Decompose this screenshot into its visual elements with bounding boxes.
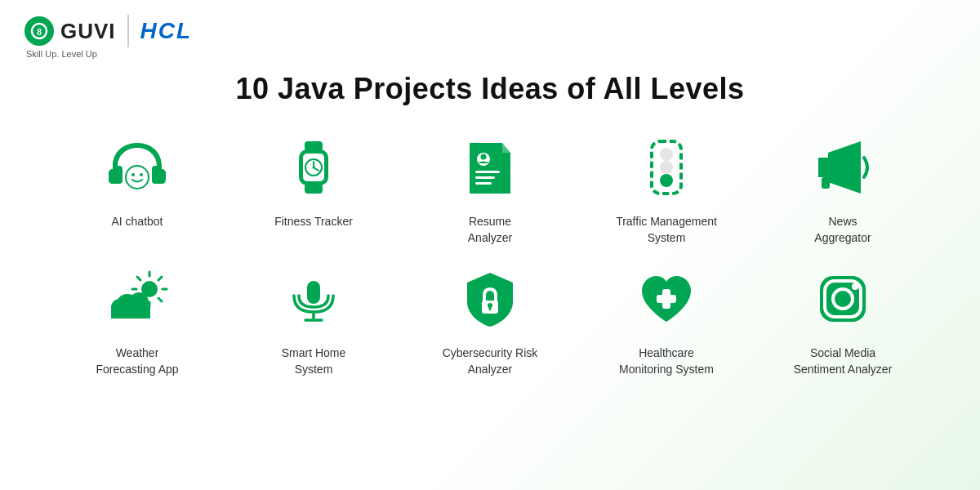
svg-rect-3 — [152, 166, 162, 184]
header: 8 GUVI HCL Skill Up. Level Up — [0, 0, 980, 59]
svg-point-4 — [126, 166, 149, 189]
svg-point-22 — [660, 161, 673, 174]
svg-line-32 — [158, 277, 162, 280]
svg-point-5 — [131, 173, 135, 176]
project-label: Social MediaSentiment Analyzer — [794, 345, 893, 377]
svg-point-50 — [852, 283, 858, 290]
cybersecurity-icon — [453, 262, 527, 336]
svg-rect-18 — [475, 176, 495, 179]
list-item: ResumeAnalyzer — [402, 122, 578, 254]
svg-rect-9 — [305, 184, 323, 194]
fitness-tracker-icon — [277, 131, 350, 204]
list-item: HealthcareMonitoring System — [578, 254, 755, 385]
smart-home-icon — [277, 262, 350, 336]
svg-text:8: 8 — [37, 27, 42, 37]
svg-point-14 — [313, 167, 315, 169]
list-item: Traffic ManagementSystem — [578, 122, 755, 254]
traffic-management-icon — [630, 131, 703, 204]
svg-rect-44 — [489, 306, 492, 310]
tagline: Skill Up. Level Up — [26, 49, 192, 59]
svg-point-21 — [660, 148, 673, 161]
project-label: Fitness Tracker — [274, 214, 353, 230]
projects-grid: AI chatbot Fitness Tracker — [0, 114, 980, 394]
svg-rect-46 — [657, 295, 676, 303]
svg-rect-24 — [822, 177, 830, 189]
guvi-logo: 8 GUVI — [24, 16, 116, 46]
ai-chatbot-icon — [100, 131, 174, 204]
svg-rect-2 — [113, 166, 122, 184]
project-label: NewsAggregator — [814, 214, 871, 246]
project-label: HealthcareMonitoring System — [619, 345, 714, 377]
hcl-text: HCL — [140, 18, 193, 44]
list-item: Fitness Tracker — [225, 122, 402, 254]
page-title: 10 Java Projects Ideas of All Levels — [0, 72, 980, 106]
project-label: ResumeAnalyzer — [468, 214, 512, 246]
social-media-icon — [806, 262, 880, 336]
guvi-logo-circle: 8 — [24, 16, 54, 46]
healthcare-icon — [630, 262, 703, 336]
list-item: NewsAggregator — [755, 122, 931, 254]
logo-group: 8 GUVI HCL Skill Up. Level Up — [24, 15, 192, 59]
svg-rect-38 — [111, 312, 150, 318]
svg-point-16 — [481, 154, 487, 160]
svg-rect-19 — [475, 182, 492, 185]
project-label: Traffic ManagementSystem — [616, 214, 717, 246]
svg-point-6 — [140, 173, 143, 176]
guvi-text: GUVI — [60, 19, 116, 44]
list-item: Smart HomeSystem — [225, 254, 402, 385]
list-item: WeatherForecasting App — [49, 254, 225, 385]
logo-divider — [127, 15, 129, 47]
svg-rect-17 — [475, 171, 500, 173]
list-item: AI chatbot — [49, 122, 225, 254]
resume-analyzer-icon — [453, 131, 527, 204]
list-item: Cybersecurity RiskAnalyzer — [402, 254, 578, 385]
news-aggregator-icon — [806, 131, 880, 204]
project-label: WeatherForecasting App — [96, 345, 178, 377]
project-label: Smart HomeSystem — [282, 345, 346, 377]
svg-rect-8 — [305, 141, 323, 151]
svg-rect-39 — [307, 281, 320, 304]
weather-app-icon — [100, 262, 174, 336]
svg-point-23 — [660, 174, 673, 187]
svg-line-30 — [137, 277, 140, 280]
svg-line-31 — [158, 298, 162, 301]
project-label: Cybersecurity RiskAnalyzer — [443, 345, 538, 377]
list-item: Social MediaSentiment Analyzer — [755, 254, 931, 385]
project-label: AI chatbot — [111, 214, 163, 230]
